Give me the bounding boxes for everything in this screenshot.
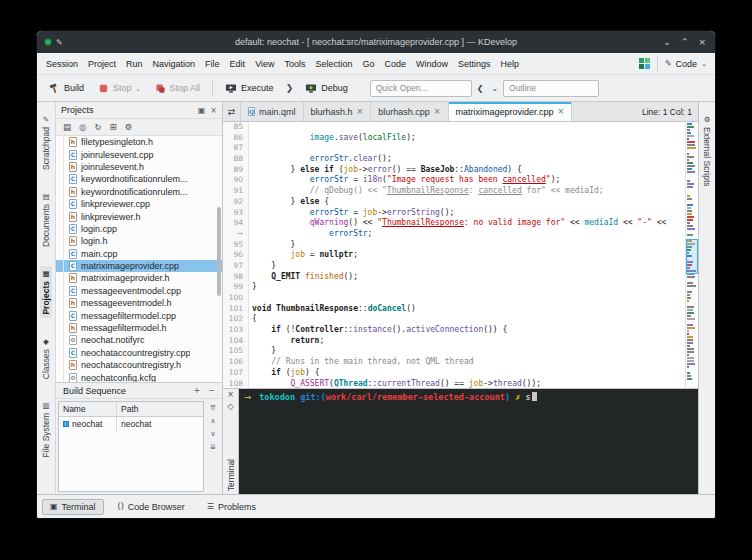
code-line[interactable]: 108 Q_ASSERT(QThread::currentThread() ==…: [223, 379, 685, 389]
sidebar-tab-projects[interactable]: ▦Projects: [40, 266, 52, 318]
close-button[interactable]: ×: [698, 38, 706, 47]
debug-button[interactable]: Debug: [299, 81, 354, 96]
tree-item[interactable]: hjoinrulesevent.h: [56, 161, 222, 173]
document-switcher-button[interactable]: ⇄: [223, 102, 241, 121]
statusbar-problems-button[interactable]: ☰Problems: [199, 499, 264, 515]
quick-open-input[interactable]: [370, 80, 472, 97]
code-line[interactable]: 97 }: [223, 261, 685, 272]
tree-item[interactable]: Cmessagefiltermodel.cpp: [56, 309, 222, 321]
tree-item[interactable]: Clogin.cpp: [56, 223, 222, 235]
stop-all-button[interactable]: Stop All: [149, 81, 207, 96]
project-overview-icon[interactable]: ▤: [63, 122, 71, 132]
menu-view[interactable]: View: [250, 53, 279, 74]
outline-input[interactable]: [503, 80, 599, 97]
tree-item[interactable]: Cmain.cpp: [56, 248, 222, 260]
tab-close-icon[interactable]: ×: [434, 107, 441, 116]
locate-document-icon[interactable]: ◎: [79, 122, 86, 132]
terminal-close-button[interactable]: ×: [227, 391, 234, 399]
execute-button[interactable]: Execute: [219, 81, 280, 96]
statusbar-terminal-button[interactable]: ▣Terminal: [42, 499, 104, 515]
activities-icon[interactable]: [639, 58, 650, 69]
sidebar-tab-classes[interactable]: ◆Classes: [40, 334, 52, 382]
tree-item[interactable]: hmessagefiltermodel.h: [56, 322, 222, 334]
panel-close-button[interactable]: ×: [210, 106, 217, 115]
minimize-button[interactable]: ⌄: [663, 38, 671, 47]
menu-settings[interactable]: Settings: [453, 53, 496, 74]
terminal-detach-button[interactable]: ◇: [227, 403, 233, 411]
sidebar-tab-documents[interactable]: ▤Documents: [40, 189, 52, 250]
move-down-button[interactable]: ∨: [210, 430, 215, 438]
tree-item[interactable]: hfiletypesingleton.h: [56, 136, 222, 148]
panel-float-button[interactable]: ▣: [198, 106, 206, 115]
code-line[interactable]: 101void ThumbnailResponse::doCancel(): [223, 304, 685, 315]
minimap-view-rect[interactable]: [686, 239, 698, 274]
build-sequence-row[interactable]: neochatneochat: [59, 417, 203, 431]
tree-item[interactable]: Cjoinrulesevent.cpp: [56, 148, 222, 160]
menu-navigation[interactable]: Navigation: [148, 53, 201, 74]
code-line[interactable]: 107 if (job) {: [223, 368, 685, 379]
editor-tab-blurhash-h[interactable]: blurhash.h×: [304, 102, 372, 121]
tree-item[interactable]: hmessageeventmodel.h: [56, 297, 222, 309]
tab-close-icon[interactable]: ×: [558, 107, 565, 116]
code-line[interactable]: 95 }: [223, 240, 685, 251]
editor-tab-main-qml[interactable]: Qmain.qml: [241, 102, 304, 121]
sidebar-tab-external-scripts[interactable]: ⚙External Scripts: [701, 112, 713, 190]
terminal[interactable]: → tokodon git:(work/carl/remember-select…: [239, 389, 698, 494]
code-line[interactable]: 106 // Runs in the main thread, not QML …: [223, 357, 685, 368]
menu-selection[interactable]: Selection: [311, 53, 358, 74]
code-line[interactable]: 86 image.save(localFile);: [223, 133, 685, 144]
project-settings-icon[interactable]: ⚙: [125, 122, 133, 132]
menu-edit[interactable]: Edit: [225, 53, 251, 74]
menu-go[interactable]: Go: [358, 53, 380, 74]
menu-window[interactable]: Window: [411, 53, 453, 74]
code-line[interactable]: 102{: [223, 314, 685, 325]
code-line[interactable]: 103 if (!Controller::instance().activeCo…: [223, 325, 685, 336]
code-line[interactable]: 93 errorStr = job->errorString();: [223, 208, 685, 219]
outline-dropdown-button[interactable]: ⌄: [488, 83, 501, 94]
sidebar-tab-file-system[interactable]: ▥File System: [40, 398, 52, 460]
code-line[interactable]: 99}: [223, 282, 685, 293]
code-line[interactable]: 85: [223, 122, 685, 133]
tree-scrollbar[interactable]: [217, 207, 221, 296]
code-line[interactable]: ↪ errorStr;: [223, 229, 685, 240]
tree-item[interactable]: hkeywordnotificationrulem...: [56, 186, 222, 198]
toolbar-overflow-icon[interactable]: ❯: [282, 83, 298, 93]
tree-item[interactable]: Cneochataccountregistry.cpp: [56, 347, 222, 359]
move-bottom-button[interactable]: ⇊: [210, 443, 216, 451]
menu-file[interactable]: File: [200, 53, 225, 74]
menu-project[interactable]: Project: [83, 53, 121, 74]
maximize-button[interactable]: ⌃: [681, 38, 689, 47]
menu-run[interactable]: Run: [121, 53, 148, 74]
perspective-switcher[interactable]: ✎ Code ⌄: [665, 59, 707, 69]
menu-tools[interactable]: Tools: [279, 53, 310, 74]
tree-item[interactable]: ⚙neochatconfig.kcfg: [56, 371, 222, 382]
titlebar[interactable]: ✎ default: neochat - [ neochat:src/matri…: [37, 31, 715, 53]
code-line[interactable]: 98 Q_EMIT finished();: [223, 272, 685, 283]
code-line[interactable]: 104 return;: [223, 336, 685, 347]
tree-item[interactable]: Cmessageeventmodel.cpp: [56, 285, 222, 297]
editor-tab-blurhash-cpp[interactable]: blurhash.cpp×: [371, 102, 448, 121]
statusbar-code-browser-button[interactable]: ()Code Browser: [110, 499, 193, 515]
code-line[interactable]: 88 errorStr.clear();: [223, 154, 685, 165]
build-button[interactable]: Build: [43, 81, 90, 96]
code-line[interactable]: 87: [223, 143, 685, 154]
tree-item[interactable]: hlogin.h: [56, 235, 222, 247]
code-line[interactable]: 105 }: [223, 346, 685, 357]
code-editor[interactable]: 8586 image.save(localFile);8788 errorStr…: [223, 122, 698, 388]
menu-code[interactable]: Code: [380, 53, 412, 74]
menu-help[interactable]: Help: [496, 53, 525, 74]
remove-build-item-button[interactable]: −: [208, 386, 215, 395]
menu-session[interactable]: Session: [41, 53, 83, 74]
sidebar-tab-scratchpad[interactable]: ✎Scratchpad: [40, 112, 52, 173]
move-top-button[interactable]: ⇈: [210, 404, 216, 412]
column-header-path[interactable]: Path: [117, 402, 143, 416]
tree-item[interactable]: hmatriximageprovider.h: [56, 272, 222, 284]
tree-item[interactable]: Clinkpreviewer.cpp: [56, 198, 222, 210]
tree-item[interactable]: hneochataccountregistry.h: [56, 359, 222, 371]
code-line[interactable]: 94 qWarning() << "ThumbnailResponse: no …: [223, 218, 685, 229]
previous-item-button[interactable]: ❮: [474, 83, 487, 94]
terminal-prompt-line[interactable]: → tokodon git:(work/carl/remember-select…: [244, 392, 693, 402]
code-line[interactable]: 90 errorStr = i18n("Image request has be…: [223, 175, 685, 186]
add-build-item-button[interactable]: +: [194, 386, 201, 395]
minimap-scrollbar[interactable]: [685, 122, 698, 388]
